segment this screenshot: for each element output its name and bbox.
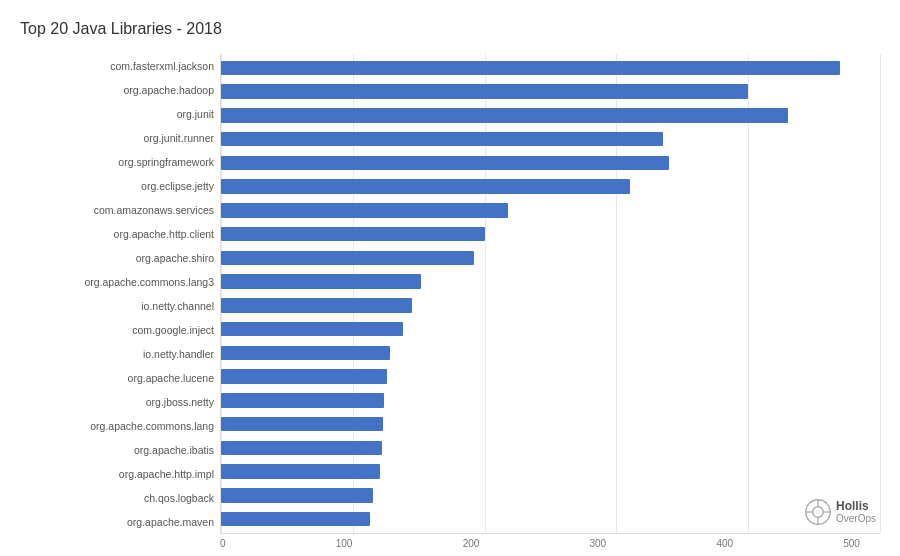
bar-row	[221, 294, 880, 318]
y-label: org.eclipse.jetty	[20, 181, 214, 192]
bar-row	[221, 365, 880, 389]
chart-area: com.fasterxml.jacksonorg.apache.hadoopor…	[20, 54, 880, 534]
y-label: io.netty.channel	[20, 301, 214, 312]
bar-row	[221, 507, 880, 531]
y-label: org.apache.maven	[20, 517, 214, 528]
grid-line	[880, 54, 881, 533]
y-label: org.apache.http.impl	[20, 469, 214, 480]
bar	[221, 512, 370, 527]
bar-row	[221, 460, 880, 484]
y-label: org.junit	[20, 109, 214, 120]
x-axis-labels: 0100200300400500	[20, 538, 880, 549]
svg-point-1	[813, 507, 824, 518]
bar-row	[221, 80, 880, 104]
watermark-icon	[804, 498, 832, 526]
y-label: org.apache.http.client	[20, 229, 214, 240]
bar-row	[221, 222, 880, 246]
bar-row	[221, 317, 880, 341]
bar-row	[221, 270, 880, 294]
bar	[221, 61, 840, 76]
x-axis-label: 0	[220, 538, 226, 549]
y-label: com.google.inject	[20, 325, 214, 336]
y-label: org.apache.shiro	[20, 253, 214, 264]
bar	[221, 441, 382, 456]
bar-row	[221, 341, 880, 365]
y-label: org.jboss.netty	[20, 397, 214, 408]
x-axis-label: 300	[590, 538, 607, 549]
bars-area	[220, 54, 880, 534]
y-label: com.fasterxml.jackson	[20, 61, 214, 72]
bars-wrapper	[221, 54, 880, 533]
bar	[221, 179, 630, 194]
y-label: com.amazonaws.services	[20, 205, 214, 216]
y-label: org.apache.lucene	[20, 373, 214, 384]
bar-row	[221, 56, 880, 80]
bar-row	[221, 484, 880, 508]
bar-row	[221, 436, 880, 460]
y-label: org.apache.hadoop	[20, 85, 214, 96]
bar-row	[221, 246, 880, 270]
bar-row	[221, 199, 880, 223]
bar	[221, 369, 387, 384]
x-axis-label: 200	[463, 538, 480, 549]
bar-row	[221, 175, 880, 199]
bar	[221, 132, 663, 147]
bar-row	[221, 389, 880, 413]
bar	[221, 274, 421, 289]
bar	[221, 298, 412, 313]
watermark-text: Hollis OverOps	[836, 499, 876, 525]
bar	[221, 346, 390, 361]
chart-container: Top 20 Java Libraries - 2018 com.fasterx…	[0, 0, 900, 556]
y-label: org.apache.commons.lang	[20, 421, 214, 432]
chart-title: Top 20 Java Libraries - 2018	[20, 20, 880, 38]
y-label: io.netty.handler	[20, 349, 214, 360]
bar-row	[221, 151, 880, 175]
bar	[221, 488, 373, 503]
x-axis-label: 500	[843, 538, 860, 549]
bar	[221, 156, 669, 171]
y-label: org.apache.ibatis	[20, 445, 214, 456]
watermark-overops: OverOps	[836, 513, 876, 525]
bar	[221, 322, 403, 337]
y-axis-labels: com.fasterxml.jacksonorg.apache.hadoopor…	[20, 54, 220, 534]
bar	[221, 108, 788, 123]
bar-row	[221, 104, 880, 128]
bar	[221, 84, 748, 99]
bar	[221, 464, 380, 479]
bar	[221, 203, 508, 218]
y-label: org.junit.runner	[20, 133, 214, 144]
y-label: org.apache.commons.lang3	[20, 277, 214, 288]
x-axis-label: 400	[716, 538, 733, 549]
x-axis-label: 100	[336, 538, 353, 549]
bar	[221, 417, 383, 432]
bar	[221, 251, 474, 266]
bar	[221, 393, 384, 408]
y-label: ch.qos.logback	[20, 493, 214, 504]
watermark: Hollis OverOps	[804, 498, 876, 526]
bar-row	[221, 412, 880, 436]
bar-row	[221, 127, 880, 151]
y-label: org.springframework	[20, 157, 214, 168]
watermark-hollis: Hollis	[836, 499, 876, 513]
bar	[221, 227, 485, 242]
